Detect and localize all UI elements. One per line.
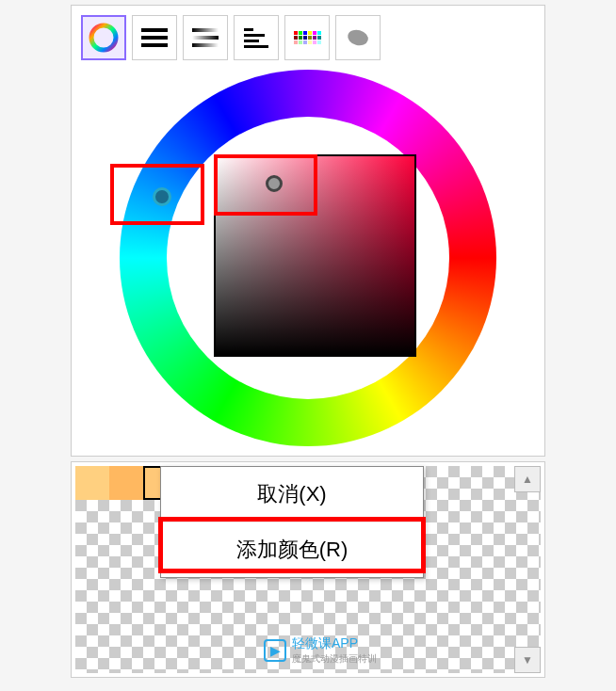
list-icon	[244, 28, 268, 48]
watermark-icon: ▶	[264, 639, 286, 662]
blob-icon	[345, 24, 371, 51]
tab-blob[interactable]	[335, 15, 381, 60]
palette-icon	[294, 31, 321, 44]
svg-point-1	[346, 27, 369, 47]
swatch-0[interactable]	[75, 466, 109, 500]
swatch-grid[interactable]: 取消(X) 添加颜色(R) ▶ 轻微课APP 魔鬼式动漫插画特训	[75, 466, 541, 673]
tab-palette[interactable]	[284, 15, 330, 60]
tab-list[interactable]	[234, 15, 279, 60]
annotation-menu-highlight	[158, 517, 426, 573]
annotation-hue-highlight	[110, 164, 204, 225]
menu-cancel[interactable]: 取消(X)	[161, 467, 423, 522]
lines-icon	[141, 28, 168, 47]
annotation-sv-highlight	[214, 154, 317, 216]
watermark-subtitle: 魔鬼式动漫插画特训	[292, 652, 377, 666]
watermark: ▶ 轻微课APP 魔鬼式动漫插画特训	[264, 635, 377, 666]
scroll-down-button[interactable]: ▼	[514, 647, 541, 673]
tab-color-wheel[interactable]	[81, 15, 126, 60]
swatch-1[interactable]	[109, 466, 143, 500]
color-picker-panel	[71, 5, 545, 457]
gradient-icon	[192, 28, 219, 47]
tab-gradient[interactable]	[183, 15, 228, 60]
swatch-panel: 取消(X) 添加颜色(R) ▶ 轻微课APP 魔鬼式动漫插画特训 ▲ ▼	[71, 461, 545, 678]
scroll-up-button[interactable]: ▲	[514, 466, 541, 492]
watermark-title: 轻微课APP	[292, 635, 377, 652]
color-wheel-icon	[89, 23, 119, 53]
svg-point-0	[91, 25, 116, 50]
color-wheel-area	[120, 70, 496, 446]
tab-lines[interactable]	[132, 15, 177, 60]
picker-mode-toolbar	[81, 15, 535, 60]
